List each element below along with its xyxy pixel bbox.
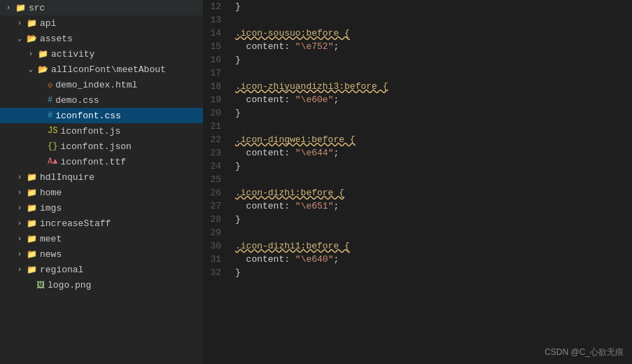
code-line-31: 31 content: "\e640";	[203, 253, 632, 266]
sidebar-item-label: imgs	[40, 203, 62, 214]
folder-icon: 📁	[27, 203, 37, 214]
folder-icon: 📁	[27, 188, 37, 198]
line-content	[232, 226, 632, 239]
line-content: content: "\e644";	[232, 146, 632, 160]
code-line-23: 23 content: "\e644";	[203, 146, 632, 160]
sidebar-item-label: alIlconFont\meetAbout	[51, 64, 166, 75]
sidebar-item-label: iconfont.css	[55, 111, 121, 121]
line-number: 30	[203, 239, 232, 253]
sidebar-item-news[interactable]: ›📁news	[0, 246, 203, 262]
css-icon: #	[48, 111, 52, 120]
line-content	[232, 120, 632, 133]
line-number: 32	[203, 266, 232, 279]
code-line-24: 24}	[203, 160, 632, 173]
line-content: }	[232, 0, 632, 13]
code-line-19: 19 content: "\e60e";	[203, 93, 632, 106]
code-line-17: 17	[203, 66, 632, 80]
code-line-21: 21	[203, 120, 632, 133]
line-number: 16	[203, 53, 232, 66]
line-content: .icon-dingwei:before {	[232, 133, 632, 146]
sidebar-item-demo.css[interactable]: # demo.css	[0, 92, 203, 108]
sidebar-item-iconfont.js[interactable]: JS iconfont.js	[0, 123, 203, 139]
chevron-icon: ⌄	[25, 65, 36, 74]
line-number: 26	[203, 186, 232, 200]
sidebar-item-activity[interactable]: ›📁activity	[0, 46, 203, 62]
sidebar-item-increaseStaff[interactable]: ›📁increaseStaff	[0, 216, 203, 231]
code-line-12: 12}	[203, 0, 632, 13]
line-content: }	[232, 106, 632, 120]
line-content: content: "\e752";	[232, 40, 632, 53]
sidebar-item-label: news	[40, 249, 62, 260]
line-number: 23	[203, 146, 232, 160]
sidebar-item-demo_index.html[interactable]: ◇ demo_index.html	[0, 77, 203, 92]
folder-icon: 📁	[27, 234, 37, 244]
code-line-29: 29	[203, 226, 632, 239]
js-icon: JS	[48, 126, 57, 136]
chevron-icon: ›	[14, 189, 25, 197]
sidebar-item-label: increaseStaff	[40, 218, 111, 229]
chevron-icon: ›	[14, 174, 25, 181]
sidebar-item-label: src	[29, 3, 45, 13]
line-number: 14	[203, 27, 232, 40]
sidebar-item-api[interactable]: ›📁api	[0, 15, 203, 31]
watermark: CSDN @C_心欲无痕	[545, 346, 624, 358]
line-content	[232, 173, 632, 186]
code-line-27: 27 content: "\e651";	[203, 200, 632, 213]
line-content: content: "\e640";	[232, 253, 632, 266]
sidebar-item-label: activity	[51, 49, 94, 59]
chevron-icon: ›	[25, 50, 36, 58]
line-content: .icon-zhiyuandizhi3:before {	[232, 80, 632, 93]
line-content: .icon-dizhi:before {	[232, 186, 632, 200]
sidebar-item-label: hdlInquire	[40, 172, 94, 183]
sidebar-item-label: logo.png	[48, 280, 91, 290]
sidebar-item-hdlInquire[interactable]: ›📁hdlInquire	[0, 169, 203, 185]
folder-icon: 📂	[38, 64, 48, 75]
sidebar-item-label: iconfont.js	[60, 126, 120, 136]
line-number: 29	[203, 226, 232, 239]
line-number: 20	[203, 106, 232, 120]
line-content: }	[232, 213, 632, 226]
sidebar-item-label: iconfont.json	[60, 141, 131, 152]
code-line-16: 16}	[203, 53, 632, 66]
code-line-20: 20}	[203, 106, 632, 120]
line-content: .icon-sousuo:before {	[232, 27, 632, 40]
line-number: 12	[203, 0, 232, 13]
line-number: 31	[203, 253, 232, 266]
sidebar-item-label: home	[40, 188, 62, 198]
sidebar-item-alilconfont-meetabout[interactable]: ⌄📂alIlconFont\meetAbout	[0, 62, 203, 77]
sidebar-item-src[interactable]: ›📁src	[0, 0, 203, 15]
line-number: 25	[203, 173, 232, 186]
line-content: }	[232, 160, 632, 173]
line-content: }	[232, 53, 632, 66]
sidebar-item-iconfont.css[interactable]: # iconfont.css	[0, 108, 203, 123]
code-line-30: 30.icon-dizhi1:before {	[203, 239, 632, 253]
sidebar-item-label: meet	[40, 234, 62, 244]
code-line-13: 13	[203, 13, 632, 27]
code-editor: 12}13 14.icon-sousuo:before {15 content:…	[203, 0, 632, 364]
line-number: 15	[203, 40, 232, 53]
sidebar-item-home[interactable]: ›📁home	[0, 185, 203, 200]
sidebar-item-assets[interactable]: ⌄📂assets	[0, 31, 203, 46]
line-content	[232, 13, 632, 27]
code-line-18: 18.icon-zhiyuandizhi3:before {	[203, 80, 632, 93]
sidebar-item-iconfont.json[interactable]: {} iconfont.json	[0, 139, 203, 154]
png-icon: 🖼	[36, 280, 45, 290]
sidebar-item-meet[interactable]: ›📁meet	[0, 231, 203, 246]
line-content: .icon-dizhi1:before {	[232, 239, 632, 253]
chevron-icon: ›	[14, 251, 25, 258]
chevron-icon: ›	[14, 266, 25, 274]
line-content: }	[232, 266, 632, 279]
sidebar-item-regional[interactable]: ›📁regional	[0, 262, 203, 277]
folder-icon: 📁	[27, 265, 37, 275]
html-icon: ◇	[48, 80, 52, 90]
sidebar-item-logo.png[interactable]: 🖼 logo.png	[0, 277, 203, 293]
sidebar-item-label: assets	[40, 34, 73, 44]
code-line-14: 14.icon-sousuo:before {	[203, 27, 632, 40]
line-number: 21	[203, 120, 232, 133]
code-line-15: 15 content: "\e752";	[203, 40, 632, 53]
line-number: 18	[203, 80, 232, 93]
sidebar-item-iconfont.ttf[interactable]: A▲ iconfont.ttf	[0, 154, 203, 169]
sidebar-item-imgs[interactable]: ›📁imgs	[0, 200, 203, 216]
line-number: 24	[203, 160, 232, 173]
folder-icon: 📂	[27, 34, 37, 44]
